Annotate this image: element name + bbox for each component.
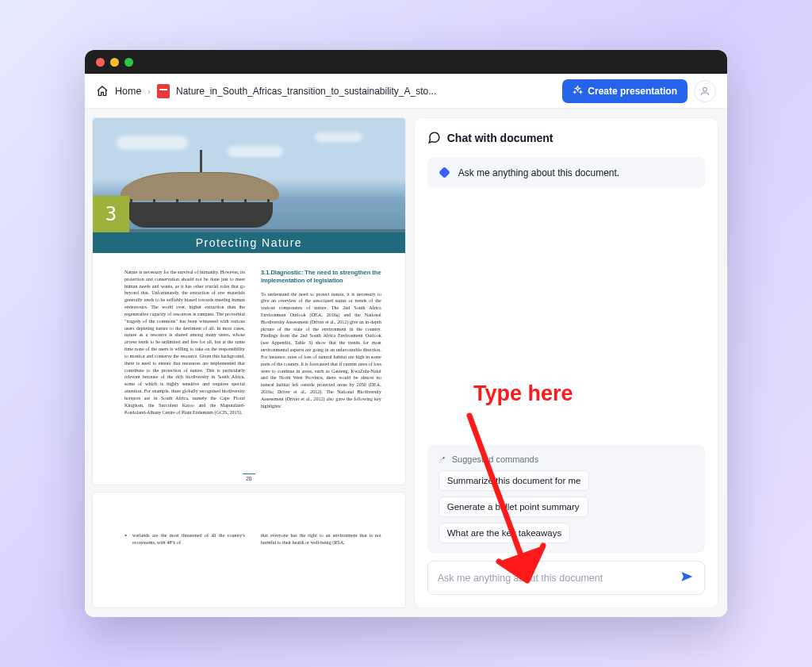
close-window-icon[interactable] (96, 58, 105, 67)
chapter-title: Protecting Nature (93, 232, 405, 253)
app-window: Home › Nature_in_South_Africas_transitio… (85, 50, 727, 617)
ai-avatar-icon (439, 167, 450, 178)
chat-header: Chat with document (427, 131, 705, 144)
svg-point-0 (703, 87, 707, 91)
maximize-window-icon[interactable] (124, 58, 133, 67)
content-area: 3 Protecting Nature Nature is necessary … (85, 109, 727, 617)
chat-input-row (427, 561, 705, 595)
body-column-left: Nature is necessary for the survival of … (124, 269, 245, 485)
minimize-window-icon[interactable] (110, 58, 119, 67)
suggested-commands: Suggested commands Summarize this docume… (427, 445, 705, 553)
document-page-2: wetlands are the most threatened of all … (93, 493, 405, 608)
chat-icon (427, 131, 441, 144)
bullet-item: wetlands are the most threatened of all … (124, 532, 245, 546)
create-presentation-button[interactable]: Create presentation (562, 79, 688, 103)
user-icon (699, 86, 710, 97)
chat-column: Chat with document Ask me anything about… (413, 109, 727, 617)
chat-panel: Chat with document Ask me anything about… (415, 118, 718, 608)
body-column-right: 3.1.Diagnostic: The need to strengthen t… (261, 269, 381, 485)
suggested-commands-header: Suggested commands (439, 454, 694, 464)
document-page-1: 3 Protecting Nature Nature is necessary … (93, 118, 405, 485)
create-presentation-label: Create presentation (588, 86, 677, 97)
body-column-right: that everyone has the right to an enviro… (261, 532, 381, 608)
suggestion-takeaways[interactable]: What are the key takeaways (439, 523, 570, 543)
body-column-left: wetlands are the most threatened of all … (124, 532, 245, 608)
chevron-right-icon: › (147, 86, 151, 96)
window-titlebar (85, 50, 727, 74)
section-heading: 3.1.Diagnostic: The need to strengthen t… (261, 269, 381, 285)
send-button[interactable] (679, 569, 695, 587)
suggestion-bullets[interactable]: Generate a bullet point summary (439, 496, 588, 517)
page-number: 20 (243, 473, 255, 481)
chapter-hero-image: 3 Protecting Nature (93, 118, 405, 253)
document-viewer[interactable]: 3 Protecting Nature Nature is necessary … (85, 109, 413, 617)
account-button[interactable] (694, 80, 716, 102)
suggested-commands-label: Suggested commands (452, 454, 538, 464)
breadcrumb-filename[interactable]: Nature_in_South_Africas_transition_to_su… (176, 86, 436, 97)
assistant-message: Ask me anything about this document. (427, 157, 705, 188)
breadcrumb-home[interactable]: Home (115, 86, 141, 97)
toolbar: Home › Nature_in_South_Africas_transitio… (85, 74, 727, 109)
wand-icon (439, 455, 447, 464)
assistant-greeting: Ask me anything about this document. (458, 167, 619, 178)
pdf-file-icon (157, 84, 170, 98)
body-text: To understand the need to protect nature… (261, 291, 381, 410)
send-icon (680, 570, 693, 583)
chat-title: Chat with document (447, 132, 553, 144)
suggestion-summarize[interactable]: Summarize this document for me (439, 470, 590, 491)
home-icon[interactable] (96, 85, 109, 98)
sparkle-icon (573, 85, 583, 98)
chat-input[interactable] (438, 573, 672, 584)
chapter-number-badge: 3 (93, 196, 129, 232)
